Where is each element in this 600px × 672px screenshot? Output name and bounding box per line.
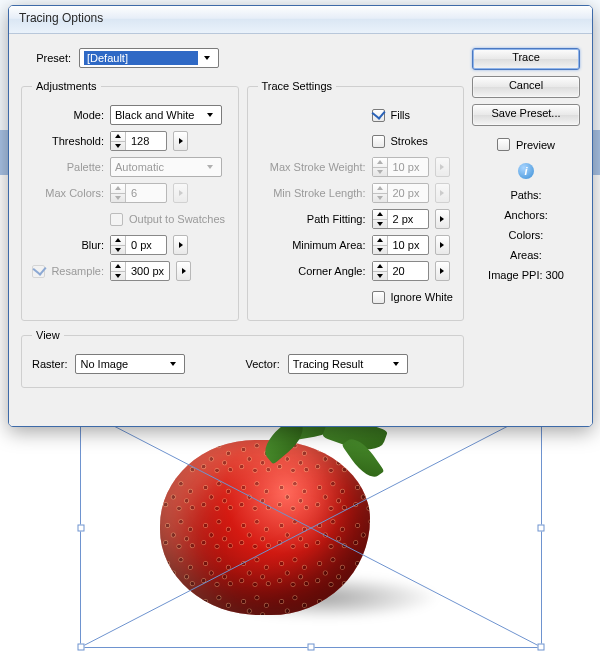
threshold-flyout[interactable] (173, 131, 188, 151)
chevron-down-icon (387, 362, 405, 366)
adjustments-legend: Adjustments (32, 80, 101, 92)
threshold-spinner[interactable]: 128 (110, 131, 167, 151)
max-colors-spinner: 6 (110, 183, 167, 203)
resample-spinner[interactable]: 300 px (110, 261, 170, 281)
handle-bl[interactable] (78, 644, 85, 651)
blur-flyout[interactable] (173, 235, 188, 255)
selection-diagonals (81, 409, 541, 647)
preset-label: Preset: (27, 52, 71, 64)
info-icon: i (518, 163, 534, 179)
max-stroke-weight-spinner: 10 px (372, 157, 429, 177)
stats-areas: Areas: (510, 249, 542, 261)
ignore-white-checkbox[interactable]: Ignore White (372, 291, 453, 304)
preset-dropdown[interactable]: [Default] (79, 48, 219, 68)
trace-settings-legend: Trace Settings (258, 80, 337, 92)
checkbox-box (32, 265, 45, 278)
blur-label: Blur: (32, 239, 104, 251)
stats-colors: Colors: (509, 229, 544, 241)
cancel-button[interactable]: Cancel (472, 76, 580, 98)
trace-settings-group: Trace Settings Fills Strokes (247, 80, 465, 321)
stats-anchors: Anchors: (504, 209, 547, 221)
chevron-down-icon (164, 362, 182, 366)
dialog-titlebar[interactable]: Tracing Options (9, 6, 592, 34)
handle-br[interactable] (538, 644, 545, 651)
corner-angle-label: Corner Angle: (258, 265, 366, 277)
vector-dropdown[interactable]: Tracing Result (288, 354, 408, 374)
tracing-options-dialog: Tracing Options Preset: [Default] Adjust… (8, 5, 593, 427)
palette-dropdown: Automatic (110, 157, 222, 177)
view-legend: View (32, 329, 64, 341)
palette-label: Palette: (32, 161, 104, 173)
max-stroke-weight-flyout (435, 157, 450, 177)
checkbox-box (110, 213, 123, 226)
checkbox-box (372, 135, 385, 148)
dialog-title: Tracing Options (19, 11, 103, 25)
resample-flyout[interactable] (176, 261, 191, 281)
adjustments-group: Adjustments Mode: Black and White Thresh… (21, 80, 239, 321)
handle-mr[interactable] (538, 525, 545, 532)
stats-panel: i Paths: Anchors: Colors: Areas: Image P… (472, 163, 580, 281)
chevron-down-icon (198, 56, 216, 60)
path-fitting-flyout[interactable] (435, 209, 450, 229)
blur-spinner[interactable]: 0 px (110, 235, 167, 255)
trace-button[interactable]: Trace (472, 48, 580, 70)
checkbox-box (372, 109, 385, 122)
handle-ml[interactable] (78, 525, 85, 532)
preset-value: [Default] (84, 51, 198, 65)
save-preset-button[interactable]: Save Preset... (472, 104, 580, 126)
path-fitting-spinner[interactable]: 2 px (372, 209, 429, 229)
max-colors-label: Max Colors: (32, 187, 104, 199)
mode-dropdown[interactable]: Black and White (110, 105, 222, 125)
checkbox-box (497, 138, 510, 151)
chevron-down-icon (201, 165, 219, 169)
minimum-area-label: Minimum Area: (258, 239, 366, 251)
mode-label: Mode: (32, 109, 104, 121)
output-swatches-checkbox: Output to Swatches (110, 213, 225, 226)
strokes-checkbox[interactable]: Strokes (372, 135, 428, 148)
stats-paths: Paths: (510, 189, 541, 201)
max-stroke-weight-label: Max Stroke Weight: (258, 161, 366, 173)
corner-angle-spinner[interactable]: 20 (372, 261, 429, 281)
min-stroke-length-label: Min Stroke Length: (258, 187, 366, 199)
raster-label: Raster: (32, 358, 67, 370)
stats-image-ppi: Image PPI: 300 (488, 269, 564, 281)
path-fitting-label: Path Fitting: (258, 213, 366, 225)
checkbox-box (372, 291, 385, 304)
resample-checkbox: Resample: (32, 265, 104, 278)
max-colors-flyout (173, 183, 188, 203)
min-stroke-length-spinner: 20 px (372, 183, 429, 203)
minimum-area-spinner[interactable]: 10 px (372, 235, 429, 255)
chevron-down-icon (201, 113, 219, 117)
min-stroke-length-flyout (435, 183, 450, 203)
raster-dropdown[interactable]: No Image (75, 354, 185, 374)
spinner-buttons[interactable] (111, 132, 126, 150)
handle-bc[interactable] (308, 644, 315, 651)
selection-bounding-box[interactable] (80, 408, 542, 648)
vector-label: Vector: (245, 358, 279, 370)
corner-angle-flyout[interactable] (435, 261, 450, 281)
view-group: View Raster: No Image Vector: Tracing Re… (21, 329, 464, 388)
fills-checkbox[interactable]: Fills (372, 109, 411, 122)
minimum-area-flyout[interactable] (435, 235, 450, 255)
preview-checkbox[interactable]: Preview (497, 138, 555, 151)
threshold-label: Threshold: (32, 135, 104, 147)
